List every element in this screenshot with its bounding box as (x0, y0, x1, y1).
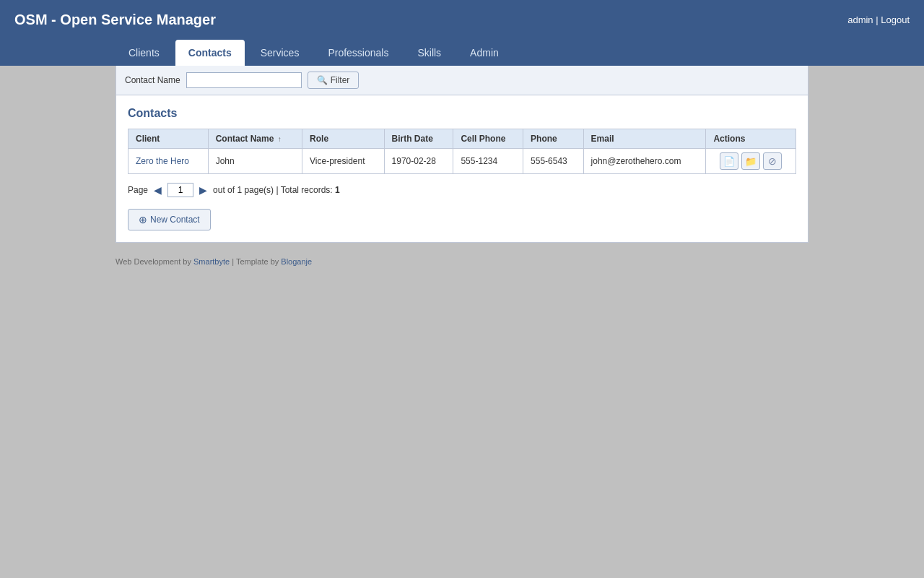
col-header-role: Role (302, 129, 384, 149)
delete-button[interactable]: ⊘ (763, 152, 782, 170)
filter-bar: Contact Name 🔍 Filter (116, 66, 808, 95)
col-header-phone: Phone (523, 129, 583, 149)
cell-email: john@zerothehero.com (583, 149, 706, 174)
filter-button-label: Filter (331, 75, 350, 85)
page-label: Page (128, 185, 148, 195)
nav: Clients Contacts Services Professionals … (0, 40, 924, 66)
tab-services[interactable]: Services (248, 40, 313, 66)
page-number-input[interactable] (167, 183, 193, 197)
new-contact-icon: ⊕ (139, 214, 147, 225)
tab-admin[interactable]: Admin (457, 40, 512, 66)
cell-actions: 📄 📁 ⊘ (706, 149, 796, 174)
tab-clients[interactable]: Clients (116, 40, 173, 66)
bloganje-link[interactable]: Bloganje (281, 257, 312, 266)
tab-professionals[interactable]: Professionals (315, 40, 401, 66)
smartbyte-link[interactable]: Smartbyte (193, 257, 230, 266)
col-header-cell-phone: Cell Phone (453, 129, 523, 149)
client-link[interactable]: Zero the Hero (136, 156, 189, 166)
sort-icon: ↑ (278, 135, 282, 143)
col-header-birth-date: Birth Date (384, 129, 453, 149)
new-contact-label: New Contact (150, 215, 200, 225)
separator: | (876, 14, 878, 25)
contacts-tbody: Zero the Hero John Vice-president 1970-0… (128, 149, 796, 174)
table-header-row: Client Contact Name ↑ Role Birth Date Ce… (128, 129, 796, 149)
edit-icon: 📁 (745, 156, 757, 167)
table-row: Zero the Hero John Vice-president 1970-0… (128, 149, 796, 174)
main-content: Contact Name 🔍 Filter Contacts Client Co… (116, 66, 808, 243)
cell-birth-date: 1970-02-28 (384, 149, 453, 174)
cell-contact-name: John (208, 149, 302, 174)
total-records: 1 (335, 185, 340, 195)
filter-button[interactable]: 🔍 Filter (308, 72, 359, 89)
logout-link[interactable]: Logout (881, 14, 910, 25)
new-contact-button[interactable]: ⊕ New Contact (128, 209, 211, 230)
col-header-client: Client (128, 129, 209, 149)
cell-cell-phone: 555-1234 (453, 149, 523, 174)
pagination: Page ◀ ▶ out of 1 page(s) | Total record… (128, 183, 796, 197)
app-title: OSM - Open Service Manager (14, 12, 216, 28)
col-header-email: Email (583, 129, 706, 149)
footer: Web Development by Smartbyte | Template … (116, 251, 808, 272)
pagination-info: out of 1 page(s) | Total records: 1 (213, 185, 340, 195)
tab-contacts[interactable]: Contacts (175, 40, 245, 66)
next-page-button[interactable]: ▶ (198, 184, 209, 196)
delete-icon: ⊘ (768, 155, 777, 167)
col-header-contact-name[interactable]: Contact Name ↑ (208, 129, 302, 149)
footer-text-middle: | Template by (230, 257, 281, 266)
cell-role: Vice-president (302, 149, 384, 174)
contacts-section: Contacts Client Contact Name ↑ Role Birt… (116, 95, 808, 242)
header: OSM - Open Service Manager admin | Logou… (0, 0, 924, 40)
cell-client: Zero the Hero (128, 149, 209, 174)
action-buttons: 📄 📁 ⊘ (713, 152, 788, 170)
contact-name-input[interactable] (186, 72, 302, 88)
col-header-actions: Actions (706, 129, 796, 149)
view-button[interactable]: 📄 (720, 152, 738, 170)
cell-phone: 555-6543 (523, 149, 583, 174)
footer-text-before: Web Development by (116, 257, 193, 266)
view-icon: 📄 (723, 156, 735, 167)
edit-button[interactable]: 📁 (741, 152, 760, 170)
contacts-title: Contacts (128, 107, 796, 120)
username: admin (847, 14, 873, 25)
prev-page-button[interactable]: ◀ (152, 184, 163, 196)
contacts-table: Client Contact Name ↑ Role Birth Date Ce… (128, 129, 796, 174)
tab-skills[interactable]: Skills (404, 40, 454, 66)
user-actions: admin | Logout (847, 14, 910, 25)
filter-icon: 🔍 (317, 75, 328, 85)
contact-name-label: Contact Name (125, 75, 180, 85)
